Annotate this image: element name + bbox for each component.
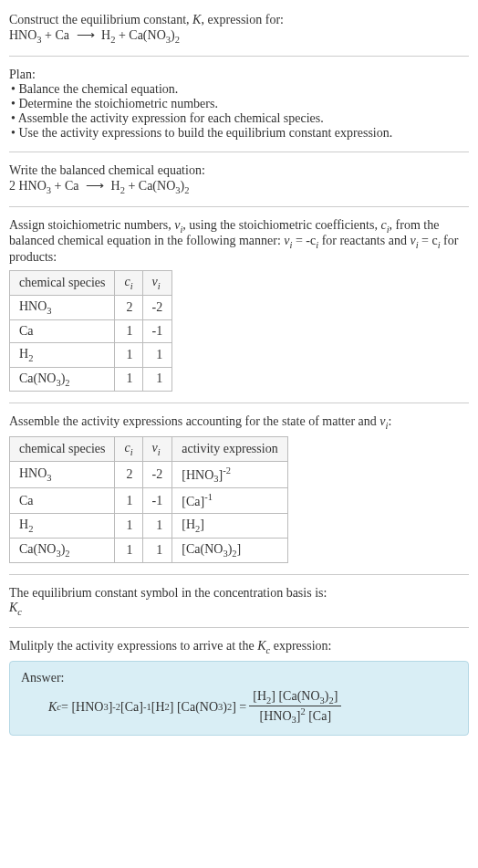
plan-bullet: • Determine the stoichiometric numbers. — [11, 97, 469, 111]
unbalanced-equation: HNO3 + Ca ⟶ H2 + Ca(NO3)2 — [9, 28, 180, 42]
answer-expression: Kc = [HNO3]-2 [Ca]-1 [H2] [Ca(NO3)2] = [… — [21, 689, 457, 725]
plan-section: Plan: • Balance the chemical equation. •… — [9, 62, 469, 146]
k-variable: K — [192, 13, 201, 26]
plan-bullet: • Assemble the activity expression for e… — [11, 111, 469, 126]
stoichiometry-table: chemical species ci νi HNO3 2 -2 Ca 1 -1… — [9, 270, 172, 392]
table-row: Ca(NO3)2 1 1 [Ca(NO3)2] — [10, 538, 288, 562]
divider — [9, 56, 469, 57]
col-nu: νi — [142, 437, 172, 462]
col-nu: νi — [142, 271, 172, 296]
assemble-section: Assemble the activity expressions accoun… — [9, 409, 469, 568]
divider — [9, 152, 469, 152]
balanced-equation: 2 HNO3 + Ca ⟶ H2 + Ca(NO3)2 — [9, 179, 189, 193]
table-row: Ca(NO3)2 1 1 — [10, 367, 172, 392]
symbol-section: The equilibrium constant symbol in the c… — [9, 580, 469, 622]
answer-box: Answer: Kc = [HNO3]-2 [Ca]-1 [H2] [Ca(NO… — [9, 661, 469, 735]
plan-title: Plan: — [9, 68, 469, 82]
symbol-text: The equilibrium constant symbol in the c… — [9, 586, 469, 601]
divider — [9, 574, 469, 575]
divider — [9, 206, 469, 207]
plan-bullet: • Balance the chemical equation. — [11, 82, 469, 97]
table-row: HNO3 2 -2 [HNO3]-2 — [10, 461, 288, 487]
table-row: HNO3 2 -2 — [10, 295, 172, 319]
prompt-text-2: , expression for: — [201, 13, 284, 26]
col-ci: ci — [115, 271, 142, 296]
multiply-section: Mulitply the activity expressions to arr… — [9, 633, 469, 740]
table-row: H2 1 1 — [10, 342, 172, 367]
assign-section: Assign stoichiometric numbers, νi, using… — [9, 213, 469, 398]
balanced-section: Write the balanced chemical equation: 2 … — [9, 158, 469, 201]
table-header-row: chemical species ci νi — [10, 271, 172, 296]
assign-text: Assign stoichiometric numbers, — [9, 218, 174, 232]
col-species: chemical species — [10, 437, 115, 462]
kc-symbol: K — [9, 601, 17, 614]
table-row: Ca 1 -1 [Ca]-1 — [10, 488, 288, 514]
reaction-arrow-icon: ⟶ — [86, 179, 104, 193]
assemble-text: Assemble the activity expressions accoun… — [9, 414, 379, 428]
plan-bullet: • Use the activity expressions to build … — [11, 126, 469, 141]
col-species: chemical species — [10, 271, 115, 296]
activity-table: chemical species ci νi activity expressi… — [9, 436, 288, 563]
answer-label: Answer: — [21, 671, 457, 685]
divider — [9, 403, 469, 403]
table-row: Ca 1 -1 — [10, 319, 172, 342]
col-ci: ci — [115, 437, 142, 462]
fraction: [H2] [Ca(NO3)2] [HNO3]2 [Ca] — [249, 689, 341, 725]
table-row: H2 1 1 [H2] — [10, 514, 288, 539]
prompt-section: Construct the equilibrium constant, K, e… — [9, 7, 469, 50]
prompt-text: Construct the equilibrium constant, — [9, 13, 192, 26]
multiply-text: Mulitply the activity expressions to arr… — [9, 639, 257, 653]
reaction-arrow-icon: ⟶ — [77, 28, 95, 42]
table-header-row: chemical species ci νi activity expressi… — [10, 437, 288, 462]
balanced-title: Write the balanced chemical equation: — [9, 163, 469, 178]
divider — [9, 627, 469, 628]
col-activity: activity expression — [172, 437, 287, 462]
